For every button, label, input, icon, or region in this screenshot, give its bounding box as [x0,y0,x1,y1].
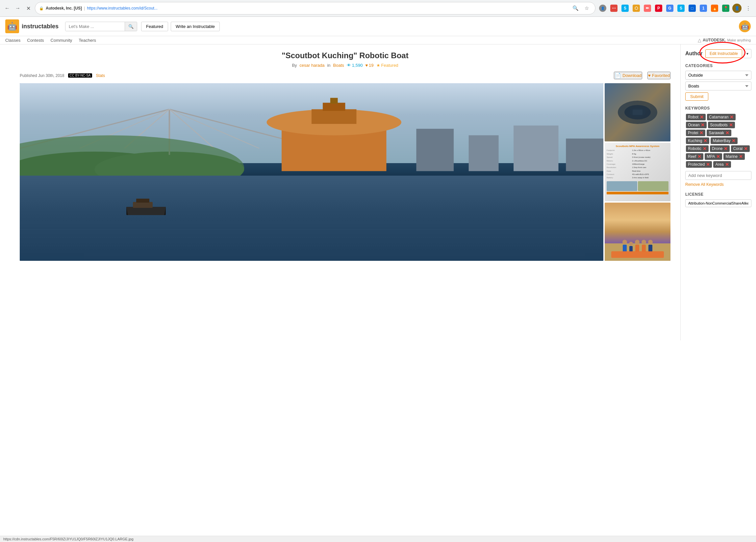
chrome-menu-button[interactable]: ⋮ [743,4,753,13]
keyword-remove-icon[interactable]: ✕ [706,162,710,167]
boat-svg [113,195,179,222]
category-outside-select[interactable]: Outside [685,71,751,80]
keyword-tag: Robot✕ [686,114,706,120]
keyword-remove-icon[interactable]: ✕ [730,115,734,119]
extension-skype2-btn[interactable]: S [620,4,630,13]
keyword-remove-icon[interactable]: ✕ [744,146,748,151]
svg-point-28 [629,108,646,117]
keyword-tag: Sarawak✕ [707,130,731,136]
pinterest-icon: P [655,5,662,12]
thumbnails-strip: Scoutbots MPA Awareness System Footprint… [605,83,670,261]
nav-community[interactable]: Community [51,38,72,43]
extension-dots-btn[interactable]: ⬡ [632,4,641,13]
address-bar[interactable]: 🔒 Autodesk, Inc. [US] | https://www.inst… [35,2,595,14]
author-link[interactable]: cesar harada [300,63,325,68]
keyword-remove-icon[interactable]: ✕ [729,123,733,127]
svg-rect-12 [323,103,345,111]
extension-pen-btn[interactable]: ✏ [643,4,652,13]
category-boats-select[interactable]: Boats [685,82,751,90]
search-input[interactable] [65,22,125,31]
extension-1-btn[interactable]: 1 [699,4,708,13]
keyword-remove-icon[interactable]: ✕ [724,146,728,151]
add-keyword-input[interactable] [685,171,751,180]
in-label: in [327,63,330,68]
submit-button[interactable]: Submit [685,92,708,101]
remove-all-keywords-button[interactable]: Remove All Keywords [685,182,724,187]
extension-flame-btn[interactable]: 🔥 [710,4,719,13]
person-3 [635,240,640,252]
article-actions: 📄 Download ♥ Favorited [614,72,670,79]
box-icon: □ [689,5,696,12]
keyword-remove-icon[interactable]: ✕ [703,138,707,143]
extension-g-btn[interactable]: G [665,4,674,13]
bookmark-button[interactable]: ☆ [582,4,591,13]
nav-classes[interactable]: Classes [5,38,20,43]
keyword-remove-icon[interactable]: ✕ [716,154,720,159]
search-address-button[interactable]: 🔍 [571,4,580,13]
forward-button[interactable]: → [14,4,22,12]
license-select[interactable]: Attribution-NonCommercialShareAlike... [685,199,751,207]
edit-dropdown-arrow[interactable]: ▼ [743,49,751,58]
author-section: Author Edit Instructable ▼ [685,49,751,58]
reload-button[interactable]: ✕ [24,4,32,12]
svg-point-27 [624,105,651,120]
keyword-remove-icon[interactable]: ✕ [703,146,707,151]
extension-s2-btn[interactable]: S [676,4,686,13]
cc-badge: CC BY-NC-SA [68,73,92,78]
back-button[interactable]: ← [3,4,11,12]
edit-instructable-button[interactable]: Edit Instructable [705,49,742,58]
flame-icon: 🔥 [711,5,718,12]
heart-icon-btn: ♥ [648,73,651,78]
thumb-diagram-content: Footprint:1.2m x 80cm x 40cm Weight:8 Kg… [607,149,668,180]
map-icon: 📍 [722,5,729,12]
keyword-tag: Robotic✕ [686,145,709,152]
page-url: https://www.instructables.com/id/Scout..… [87,6,158,11]
featured-label: Featured [381,63,398,68]
svg-rect-16 [514,126,558,171]
featured-nav-button[interactable]: Featured [141,22,168,31]
keyword-remove-icon[interactable]: ✕ [725,162,729,167]
license-title: LICENSE [685,192,751,197]
extension-pinterest-btn[interactable]: P [654,4,663,13]
keyword-remove-icon[interactable]: ✕ [699,131,703,135]
edit-area: Edit Instructable ▼ [705,49,751,58]
search-button[interactable]: 🔍 [125,22,137,31]
logo-area: 🤖 instructables [5,19,59,33]
user-avatar-header[interactable]: 🤖 [739,20,751,32]
thumbnail-2[interactable]: Scoutbots MPA Awareness System Footprint… [605,143,670,201]
extension-skype-btn[interactable]: ⋯ [609,4,618,13]
by-label: By [292,63,297,68]
categories-section: CATEGORIES Outside Boats Submit [685,63,751,101]
person-1 [622,240,627,252]
images-grid: Scoutbots MPA Awareness System Footprint… [20,83,670,261]
download-button[interactable]: 📄 Download [614,72,642,79]
stats-link[interactable]: Stats [96,73,105,78]
nav-contests[interactable]: Contests [27,38,44,43]
site-name: instructables [22,23,59,30]
write-instructable-button[interactable]: Write an Instructable [171,22,220,31]
keyword-remove-icon[interactable]: ✕ [697,154,701,159]
keyword-remove-icon[interactable]: ✕ [732,138,736,143]
svg-rect-17 [566,138,603,171]
logo-icon: 🤖 [5,19,19,33]
user-avatar[interactable]: 👤 [732,4,742,13]
extension-box-btn[interactable]: □ [688,4,697,13]
categories-title: CATEGORIES [685,63,751,68]
svg-rect-15 [469,135,499,171]
keyword-remove-icon[interactable]: ✕ [739,154,743,159]
category-link[interactable]: Boats [333,63,344,68]
keyword-remove-icon[interactable]: ✕ [701,123,705,127]
favorited-button[interactable]: ♥ Favorited [647,72,670,79]
extension-profiles-btn[interactable]: 👤 [598,4,607,13]
ext1-icon: 1 [700,5,707,12]
thumbnail-3[interactable] [605,203,670,261]
keyword-tag: Kuching✕ [686,137,709,144]
thumbnail-1[interactable] [605,83,670,141]
nav-teachers[interactable]: Teachers [79,38,96,43]
svg-rect-21 [133,202,153,208]
keyword-remove-icon[interactable]: ✕ [725,131,729,135]
keyword-tag: Area✕ [713,161,731,168]
person-4 [642,240,646,252]
keyword-remove-icon[interactable]: ✕ [700,115,704,119]
extension-map-btn[interactable]: 📍 [721,4,730,13]
